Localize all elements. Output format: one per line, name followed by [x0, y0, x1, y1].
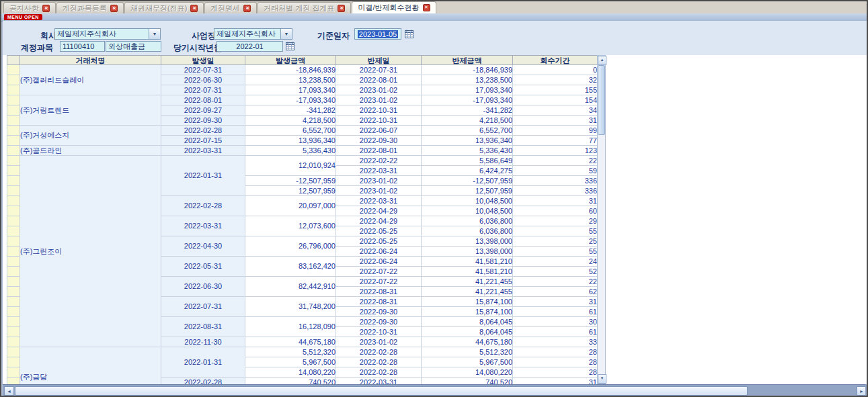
cell-customer[interactable]: (주)거성에스지 — [20, 126, 161, 146]
cell-occur-amount[interactable]: 12,507,959 — [245, 186, 336, 196]
cell-settle-date[interactable]: 2022-09-30 — [336, 136, 422, 146]
tab-customer-account-summary[interactable]: 거래처별 계정 집계표 ✕ — [258, 2, 351, 13]
tab-receivable-ledger[interactable]: 채권채무장(전표) ✕ — [124, 2, 204, 13]
cell-collection-period[interactable]: 31 — [513, 378, 598, 385]
cell-settle-date[interactable]: 2022-04-29 — [336, 206, 422, 216]
cell-settle-amount[interactable]: 13,398,000 — [422, 247, 513, 257]
tab-close-icon[interactable]: ✕ — [110, 5, 118, 12]
calendar-icon[interactable] — [405, 30, 413, 38]
cell-occur-amount[interactable]: 20,097,000 — [245, 196, 336, 216]
cell-occur-date[interactable]: 2022-07-31 — [161, 65, 245, 75]
cell-collection-period[interactable]: 61 — [513, 307, 598, 317]
cell-occur-date[interactable]: 2022-03-31 — [161, 216, 245, 236]
cell-settle-amount[interactable]: 6,552,700 — [422, 126, 513, 136]
cell-settle-date[interactable]: 2022-03-31 — [336, 166, 422, 176]
cell-settle-amount[interactable]: 10,048,500 — [422, 196, 513, 206]
row-selector[interactable] — [7, 236, 20, 247]
chevron-down-icon[interactable]: ▼ — [280, 29, 292, 39]
row-selector[interactable] — [7, 247, 20, 257]
cell-settle-amount[interactable]: 41,581,210 — [422, 267, 513, 277]
cell-settle-date[interactable]: 2023-01-02 — [336, 337, 422, 347]
cell-customer[interactable]: (주)금담 — [20, 347, 161, 385]
tab-unsettled-collection-status[interactable]: 미결/반제회수현황 ✕ — [352, 1, 436, 13]
cell-settle-date[interactable]: 2022-08-31 — [336, 297, 422, 307]
cell-collection-period[interactable]: 336 — [513, 176, 598, 186]
row-selector[interactable] — [7, 196, 20, 206]
cell-occur-amount[interactable]: 5,336,430 — [245, 146, 336, 156]
cell-occur-amount[interactable]: 5,967,500 — [245, 357, 336, 367]
cell-collection-period[interactable]: 99 — [513, 126, 598, 136]
cell-collection-period[interactable]: 52 — [513, 267, 598, 277]
cell-collection-period[interactable]: 154 — [513, 95, 598, 105]
row-selector[interactable] — [7, 267, 20, 277]
row-selector[interactable] — [7, 65, 20, 75]
cell-settle-amount[interactable]: -18,846,939 — [422, 65, 513, 75]
cell-occur-amount[interactable]: 12,073,600 — [245, 216, 336, 236]
cell-settle-amount[interactable]: 740,520 — [422, 378, 513, 385]
cell-collection-period[interactable]: 55 — [513, 226, 598, 236]
cell-occur-amount[interactable]: 4,218,500 — [245, 116, 336, 126]
cell-settle-date[interactable]: 2022-07-22 — [336, 277, 422, 287]
vertical-scrollbar[interactable]: ▲ ▼ — [597, 55, 606, 384]
cell-settle-date[interactable]: 2022-08-01 — [336, 75, 422, 85]
cell-settle-date[interactable]: 2022-09-30 — [336, 307, 422, 317]
cell-occur-amount[interactable]: 31,748,200 — [245, 297, 336, 317]
cell-occur-date[interactable]: 2022-03-31 — [161, 146, 245, 156]
cell-occur-amount[interactable]: -17,093,340 — [245, 95, 336, 105]
cell-settle-amount[interactable]: -12,507,959 — [422, 176, 513, 186]
cell-occur-date[interactable]: 2022-05-31 — [161, 257, 245, 277]
cell-settle-date[interactable]: 2022-03-31 — [336, 378, 422, 385]
calendar-icon[interactable] — [286, 42, 294, 50]
cell-settle-date[interactable]: 2023-01-02 — [336, 176, 422, 186]
row-selector[interactable] — [7, 257, 20, 267]
cell-settle-date[interactable]: 2022-02-28 — [336, 357, 422, 367]
cell-settle-date[interactable]: 2022-02-22 — [336, 156, 422, 166]
cell-occur-date[interactable]: 2022-06-30 — [161, 277, 245, 297]
cell-occur-amount[interactable]: 14,080,220 — [245, 367, 336, 378]
cell-settle-amount[interactable]: 6,036,800 — [422, 216, 513, 226]
cell-settle-amount[interactable]: 41,581,210 — [422, 257, 513, 267]
tab-close-icon[interactable]: ✕ — [243, 5, 251, 12]
row-selector[interactable] — [7, 176, 20, 186]
cell-occur-amount[interactable]: -341,282 — [245, 105, 336, 116]
row-selector[interactable] — [7, 75, 20, 85]
cell-occur-date[interactable]: 2022-04-30 — [161, 236, 245, 257]
row-selector[interactable] — [7, 357, 20, 367]
cell-occur-date[interactable]: 2022-07-15 — [161, 136, 245, 146]
cell-settle-date[interactable]: 2022-10-31 — [336, 327, 422, 337]
cell-occur-amount[interactable]: 12,010,924 — [245, 156, 336, 176]
cell-collection-period[interactable]: 28 — [513, 357, 598, 367]
cell-collection-period[interactable]: 155 — [513, 85, 598, 95]
cell-collection-period[interactable]: 28 — [513, 367, 598, 378]
cell-occur-date[interactable]: 2022-06-30 — [161, 75, 245, 85]
cell-settle-date[interactable]: 2023-01-02 — [336, 95, 422, 105]
cell-settle-amount[interactable]: 4,218,500 — [422, 116, 513, 126]
scroll-down-icon[interactable]: ▼ — [598, 374, 606, 384]
cell-occur-amount[interactable]: 82,442,910 — [245, 277, 336, 297]
cell-settle-date[interactable]: 2022-05-25 — [336, 226, 422, 236]
cell-collection-period[interactable]: 31 — [513, 196, 598, 206]
cell-settle-amount[interactable]: 6,036,800 — [422, 226, 513, 236]
cell-occur-amount[interactable]: 5,512,320 — [245, 347, 336, 357]
cell-collection-period[interactable]: 33 — [513, 337, 598, 347]
cell-collection-period[interactable]: 123 — [513, 146, 598, 156]
row-selector[interactable] — [7, 277, 20, 287]
cell-settle-amount[interactable]: 8,064,045 — [422, 317, 513, 327]
cell-settle-amount[interactable]: 41,221,455 — [422, 287, 513, 297]
cell-settle-date[interactable]: 2022-03-31 — [336, 196, 422, 206]
row-selector[interactable] — [7, 216, 20, 226]
cell-occur-amount[interactable]: 13,936,340 — [245, 136, 336, 146]
cell-settle-date[interactable]: 2022-07-31 — [336, 65, 422, 75]
cell-collection-period[interactable]: 31 — [513, 116, 598, 126]
cell-settle-amount[interactable]: 44,675,180 — [422, 337, 513, 347]
cell-settle-date[interactable]: 2022-02-28 — [336, 367, 422, 378]
row-selector[interactable] — [7, 136, 20, 146]
cell-customer[interactable]: (주)그린조이 — [20, 156, 161, 347]
cell-occur-date[interactable]: 2022-08-31 — [161, 317, 245, 337]
cell-settle-amount[interactable]: 12,507,959 — [422, 186, 513, 196]
cell-occur-amount[interactable]: -12,507,959 — [245, 176, 336, 186]
chevron-down-icon[interactable]: ▼ — [149, 29, 160, 39]
cell-occur-date[interactable]: 2022-02-28 — [161, 126, 245, 136]
cell-occur-amount[interactable]: 17,093,340 — [245, 85, 336, 95]
row-selector[interactable] — [7, 287, 20, 297]
